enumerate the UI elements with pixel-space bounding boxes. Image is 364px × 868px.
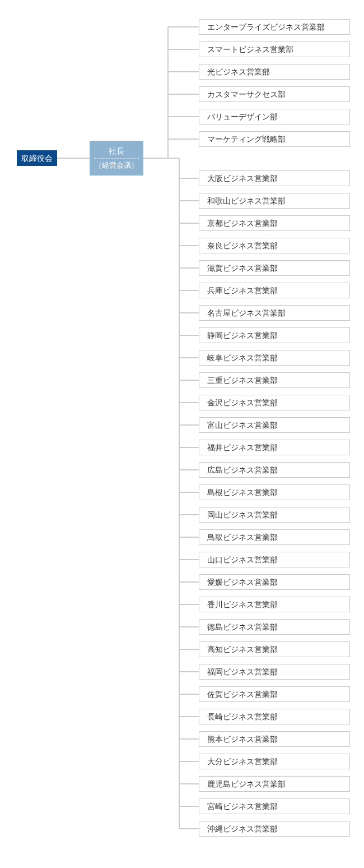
node-label: 熊本ビジネス営業部 <box>207 734 278 744</box>
node-label: バリューデザイン部 <box>207 112 278 122</box>
node-label: 富山ビジネス営業部 <box>207 420 278 430</box>
node-label: 岐阜ビジネス営業部 <box>207 353 278 363</box>
node-label: マーケティング戦略部 <box>207 134 286 144</box>
node-label: 鹿児島ビジネス営業部 <box>207 779 286 789</box>
node-label: 大阪ビジネス営業部 <box>207 173 278 183</box>
node-label: 香川ビジネス営業部 <box>207 599 278 610</box>
node-department: 岐阜ビジネス営業部 <box>199 350 350 366</box>
node-department: 大分ビジネス営業部 <box>199 754 350 769</box>
node-department: 愛媛ビジネス営業部 <box>199 574 350 590</box>
node-president: 社長 （経営会議） <box>90 141 143 176</box>
node-department: 滋賀ビジネス営業部 <box>199 260 350 276</box>
node-label: 光ビジネス営業部 <box>207 67 270 77</box>
node-label: 取締役会 <box>21 153 53 163</box>
node-label: 徳島ビジネス営業部 <box>207 622 278 632</box>
node-label: 金沢ビジネス営業部 <box>207 398 278 408</box>
node-department: 富山ビジネス営業部 <box>199 417 350 433</box>
node-department: スマートビジネス営業部 <box>199 41 350 57</box>
node-label: 名古屋ビジネス営業部 <box>207 308 286 318</box>
node-label: 沖縄ビジネス営業部 <box>207 824 278 834</box>
node-label: 和歌山ビジネス営業部 <box>207 196 286 206</box>
node-department: 長崎ビジネス営業部 <box>199 709 350 724</box>
node-label: 福井ビジネス営業部 <box>207 442 278 453</box>
node-label: エンタープライズビジネス営業部 <box>207 22 325 32</box>
node-department: 奈良ビジネス営業部 <box>199 238 350 253</box>
node-department: 鳥取ビジネス営業部 <box>199 529 350 545</box>
node-label: 大分ビジネス営業部 <box>207 756 278 767</box>
node-label: 奈良ビジネス営業部 <box>207 241 278 251</box>
node-department: 福井ビジネス営業部 <box>199 440 350 455</box>
node-label: 宮崎ビジネス営業部 <box>207 801 278 811</box>
node-department: 宮崎ビジネス営業部 <box>199 798 350 814</box>
node-department: 岡山ビジネス営業部 <box>199 507 350 523</box>
node-sublabel: （経営会議） <box>94 158 139 170</box>
node-department: 光ビジネス営業部 <box>199 64 350 80</box>
node-board-of-directors: 取締役会 <box>17 150 57 166</box>
node-label: 愛媛ビジネス営業部 <box>207 577 278 587</box>
node-department: 金沢ビジネス営業部 <box>199 395 350 410</box>
node-department: 鹿児島ビジネス営業部 <box>199 776 350 792</box>
node-label: 京都ビジネス営業部 <box>207 218 278 228</box>
node-department: 山口ビジネス営業部 <box>199 552 350 567</box>
node-label: 島根ビジネス営業部 <box>207 487 278 497</box>
node-label: 三重ビジネス営業部 <box>207 375 278 385</box>
node-department: 沖縄ビジネス営業部 <box>199 821 350 837</box>
node-label: スマートビジネス営業部 <box>207 44 293 54</box>
node-label: 山口ビジネス営業部 <box>207 555 278 565</box>
node-label: 社長 <box>109 146 124 156</box>
node-department: バリューデザイン部 <box>199 109 350 124</box>
node-department: エンタープライズビジネス営業部 <box>199 19 350 35</box>
node-department: 徳島ビジネス営業部 <box>199 619 350 635</box>
node-department: 高知ビジネス営業部 <box>199 641 350 657</box>
node-department: 広島ビジネス営業部 <box>199 462 350 478</box>
node-label: 高知ビジネス営業部 <box>207 644 278 654</box>
node-department: 香川ビジネス営業部 <box>199 597 350 612</box>
node-label: 兵庫ビジネス営業部 <box>207 285 278 296</box>
node-department: 兵庫ビジネス営業部 <box>199 283 350 298</box>
node-label: 鳥取ビジネス営業部 <box>207 532 278 542</box>
node-label: 佐賀ビジネス営業部 <box>207 689 278 699</box>
org-chart: 取締役会 社長 （経営会議） エンタープライズビジネス営業部スマートビジネス営業… <box>11 11 353 857</box>
node-department: 熊本ビジネス営業部 <box>199 731 350 747</box>
node-label: 長崎ビジネス営業部 <box>207 712 278 722</box>
node-label: 広島ビジネス営業部 <box>207 465 278 475</box>
node-label: 静岡ビジネス営業部 <box>207 330 278 340</box>
node-label: 福岡ビジネス営業部 <box>207 667 278 677</box>
node-label: 滋賀ビジネス営業部 <box>207 263 278 273</box>
node-label: 岡山ビジネス営業部 <box>207 510 278 520</box>
node-department: 京都ビジネス営業部 <box>199 215 350 231</box>
node-department: 島根ビジネス営業部 <box>199 484 350 500</box>
node-label: カスタマーサクセス部 <box>207 89 286 99</box>
node-department: 和歌山ビジネス営業部 <box>199 193 350 209</box>
node-department: 大阪ビジネス営業部 <box>199 170 350 186</box>
node-department: 名古屋ビジネス営業部 <box>199 305 350 321</box>
node-department: カスタマーサクセス部 <box>199 86 350 102</box>
node-department: マーケティング戦略部 <box>199 131 350 147</box>
node-department: 佐賀ビジネス営業部 <box>199 686 350 702</box>
node-department: 静岡ビジネス営業部 <box>199 327 350 343</box>
node-department: 福岡ビジネス営業部 <box>199 664 350 680</box>
node-department: 三重ビジネス営業部 <box>199 372 350 388</box>
